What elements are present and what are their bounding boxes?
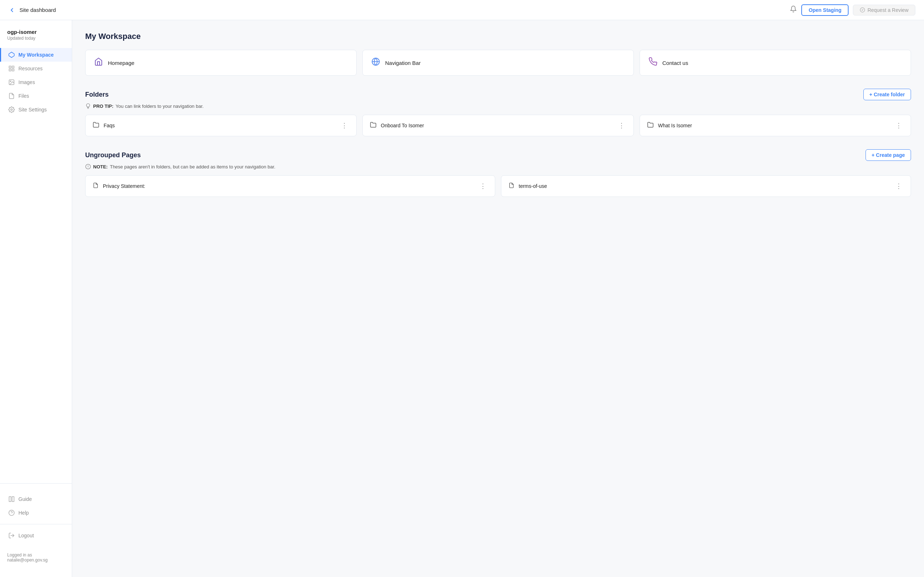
ungrouped-pages-section: Ungrouped Pages + Create page NOTE: Thes… (85, 149, 911, 197)
sidebar-item-label: Help (18, 510, 29, 516)
workspace-card-contact-us[interactable]: Contact us (640, 50, 911, 76)
sidebar-item-site-settings[interactable]: Site Settings (0, 103, 72, 116)
sidebar-item-label: Resources (18, 66, 43, 71)
sidebar-item-my-workspace[interactable]: My Workspace (0, 48, 72, 62)
file-icon (8, 93, 15, 99)
page-title: My Workspace (85, 32, 911, 41)
sidebar-item-label: Site Settings (18, 107, 47, 113)
sidebar: ogp-isomer Updated today My Workspace Re… (0, 20, 72, 577)
ungrouped-pages-row: Privacy Statement: ⋮ terms-of-use ⋮ (85, 175, 911, 197)
home-icon (94, 57, 103, 68)
svg-point-7 (10, 81, 11, 82)
image-icon (8, 79, 15, 85)
phone-icon (649, 57, 657, 68)
workspace-cards-row: Homepage Navigation Bar Contact us (85, 50, 911, 76)
back-button[interactable] (9, 7, 15, 13)
ungrouped-note: NOTE: These pages aren't in folders, but… (85, 164, 911, 169)
user-email: natalie@open.gov.sg (7, 558, 65, 562)
sidebar-item-label: Guide (18, 496, 32, 502)
page-card-privacy-statement[interactable]: Privacy Statement: ⋮ (85, 175, 495, 197)
sidebar-item-label: Files (18, 93, 29, 99)
logged-in-label: Logged in as (7, 553, 65, 558)
workspace-card-homepage[interactable]: Homepage (85, 50, 357, 76)
sidebar-nav: My Workspace Resources Images Files Site… (0, 48, 72, 479)
svg-rect-5 (12, 69, 14, 71)
ungrouped-section-title: Ungrouped Pages (85, 152, 141, 159)
folder-menu-button[interactable]: ⋮ (340, 121, 349, 130)
workspace-card-label: Homepage (108, 60, 134, 66)
sidebar-item-label: My Workspace (18, 52, 54, 58)
workspace-card-label: Contact us (662, 60, 688, 66)
sidebar-bottom: Guide Help Logout (0, 488, 72, 547)
ungrouped-section-header: Ungrouped Pages + Create page (85, 149, 911, 161)
sidebar-user: Logged in as natalie@open.gov.sg (0, 547, 72, 568)
folder-icon (93, 121, 99, 130)
sidebar-item-help[interactable]: Help (0, 506, 72, 520)
page-menu-button[interactable]: ⋮ (478, 181, 488, 191)
topbar-right: Open Staging Request a Review (790, 4, 915, 16)
folder-card-onboard-to-isomer[interactable]: Onboard To Isomer ⋮ (362, 115, 634, 136)
folders-section-header: Folders + Create folder (85, 89, 911, 100)
request-review-label: Request a Review (867, 7, 908, 13)
layout: ogp-isomer Updated today My Workspace Re… (0, 20, 924, 577)
sidebar-item-logout[interactable]: Logout (0, 529, 72, 542)
sidebar-item-resources[interactable]: Resources (0, 62, 72, 76)
svg-rect-3 (12, 66, 14, 68)
topbar: Site dashboard Open Staging Request a Re… (0, 0, 924, 20)
svg-rect-10 (12, 496, 14, 501)
logout-icon (8, 532, 15, 539)
folder-card-what-is-isomer[interactable]: What Is Isomer ⋮ (640, 115, 911, 136)
note-bold: NOTE: (93, 164, 108, 169)
notification-bell-icon[interactable] (790, 5, 797, 15)
folders-section-title: Folders (85, 91, 109, 98)
create-page-button[interactable]: + Create page (866, 149, 911, 161)
svg-rect-2 (9, 66, 11, 68)
workspace-card-label: Navigation Bar (385, 60, 420, 66)
note-text: These pages aren't in folders, but can b… (110, 164, 275, 169)
folder-card-label: Onboard To Isomer (381, 122, 612, 128)
sidebar-item-files[interactable]: Files (0, 89, 72, 103)
svg-marker-1 (9, 52, 15, 58)
folder-card-label: What Is Isomer (658, 122, 890, 128)
main-content: My Workspace Homepage Navigation Bar (72, 20, 924, 577)
site-updated: Updated today (0, 35, 72, 48)
page-card-label: Privacy Statement: (103, 183, 474, 189)
folder-icon (647, 121, 654, 130)
folder-menu-button[interactable]: ⋮ (894, 121, 903, 130)
page-icon (509, 182, 514, 190)
folder-icon (370, 121, 376, 130)
page-card-terms-of-use[interactable]: terms-of-use ⋮ (501, 175, 911, 197)
topbar-title: Site dashboard (19, 7, 56, 13)
folder-menu-button[interactable]: ⋮ (617, 121, 626, 130)
page-menu-button[interactable]: ⋮ (894, 181, 903, 191)
workspace-card-navigation-bar[interactable]: Navigation Bar (362, 50, 634, 76)
create-folder-button[interactable]: + Create folder (863, 89, 911, 100)
topbar-left: Site dashboard (9, 7, 56, 13)
request-review-button[interactable]: Request a Review (853, 5, 915, 16)
page-icon (93, 182, 99, 190)
svg-point-8 (11, 109, 13, 111)
sidebar-divider-2 (0, 524, 72, 524)
gear-icon (8, 106, 15, 113)
sidebar-item-guide[interactable]: Guide (0, 492, 72, 506)
hexagon-icon (8, 52, 15, 58)
globe-icon (372, 57, 380, 68)
site-name: ogp-isomer (0, 29, 72, 35)
folders-pro-tip: PRO TIP: You can link folders to your na… (85, 103, 911, 109)
book-icon (8, 496, 15, 502)
svg-rect-4 (9, 69, 11, 71)
open-staging-button[interactable]: Open Staging (801, 4, 848, 16)
pro-tip-bold: PRO TIP: (93, 103, 113, 109)
logout-label: Logout (18, 533, 34, 538)
pro-tip-text: You can link folders to your navigation … (115, 103, 204, 109)
folders-items-row: Faqs ⋮ Onboard To Isomer ⋮ What Is I (85, 115, 911, 136)
info-icon (85, 164, 91, 169)
folder-card-faqs[interactable]: Faqs ⋮ (85, 115, 357, 136)
lightbulb-icon (85, 103, 91, 109)
page-card-label: terms-of-use (519, 183, 890, 189)
folders-section: Folders + Create folder PRO TIP: You can… (85, 89, 911, 136)
grid-icon (8, 65, 15, 72)
folder-card-label: Faqs (103, 122, 335, 128)
sidebar-item-images[interactable]: Images (0, 76, 72, 89)
sidebar-divider (0, 483, 72, 484)
